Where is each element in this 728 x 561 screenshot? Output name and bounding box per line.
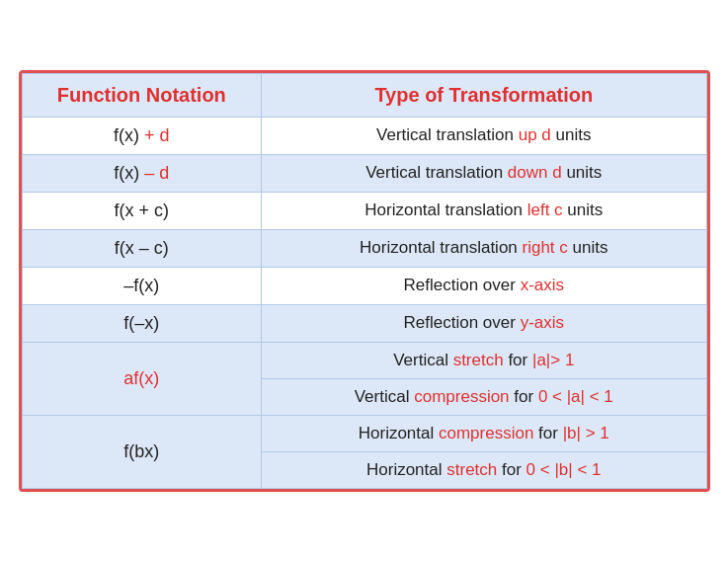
transformation-table: Function Notation Type of Transformation…	[19, 70, 710, 492]
notation-cell: f(–x)	[22, 304, 262, 342]
notation-cell: –f(x)	[22, 267, 262, 304]
sub-transform-cell: Horizontal stretch for 0 < |b| < 1	[262, 451, 706, 488]
transform-cell: Vertical translation up d units	[262, 117, 706, 154]
transform-cell: Horizontal translation left c units	[262, 192, 706, 229]
transform-cell: Horizontal translation right c units	[262, 229, 706, 267]
merged-notation-cell: f(bx)	[22, 415, 262, 488]
notation-cell: f(x) – d	[22, 154, 262, 192]
header-notation: Function Notation	[22, 73, 262, 117]
notation-cell: f(x – c)	[22, 229, 262, 267]
transform-cell: Reflection over y-axis	[262, 304, 706, 342]
transform-cell: Vertical translation down d units	[262, 154, 706, 192]
header-transformation: Type of Transformation	[262, 73, 706, 117]
transform-cell: Reflection over x-axis	[262, 267, 706, 304]
sub-transform-cell: Vertical stretch for |a|> 1	[262, 342, 706, 378]
notation-cell: f(x) + d	[22, 117, 262, 154]
sub-transform-cell: Vertical compression for 0 < |a| < 1	[262, 378, 706, 415]
sub-transform-cell: Horizontal compression for |b| > 1	[262, 415, 706, 451]
merged-notation-cell: af(x)	[22, 342, 262, 415]
notation-cell: f(x + c)	[22, 192, 262, 229]
